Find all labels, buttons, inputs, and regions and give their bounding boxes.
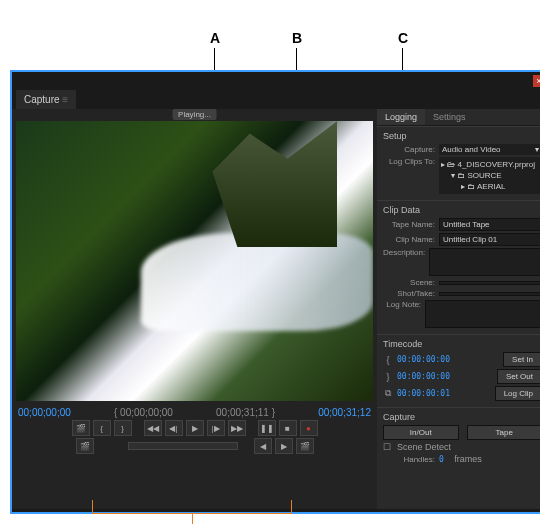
rewind-button[interactable]: ◀◀ [144, 420, 162, 436]
capture-panel-tab[interactable]: Capture ≡ [16, 90, 76, 109]
clipdata-title: Clip Data [383, 205, 540, 215]
scene-field[interactable] [439, 281, 540, 285]
handles-unit: frames [454, 454, 482, 464]
scene-label: Scene: [383, 278, 435, 287]
timecode-bar: 00;00;00;00 { 00;00;00;00 00;00;31;11 } … [12, 401, 377, 420]
handles-field[interactable]: 0 [439, 455, 444, 464]
set-in-button[interactable]: Set In [503, 352, 540, 367]
jog-scrubber[interactable] [128, 442, 238, 450]
callout-c: C [398, 30, 408, 46]
slate2-icon[interactable]: 🎬 [76, 438, 94, 454]
capture-label: Capture: [383, 145, 435, 154]
close-icon[interactable]: × [533, 75, 540, 87]
lognote-field[interactable] [425, 300, 540, 328]
tape-name-label: Tape Name: [383, 220, 435, 229]
tab-settings[interactable]: Settings [425, 109, 474, 125]
pause-button[interactable]: ❚❚ [258, 420, 276, 436]
section-setup: Setup Capture: Audio and Video ▾ Log Cli… [377, 126, 540, 200]
bin-tree[interactable]: ▸ 🗁 4_DISCOVERY.prproj ▾ 🗀 SOURCE ▸ 🗀 AE… [439, 157, 540, 194]
fast-forward-button[interactable]: ▶▶ [228, 420, 246, 436]
jog-left-button[interactable]: ◀ [254, 438, 272, 454]
section-timecode: Timecode {00:00:00:00Set In }00:00:00:00… [377, 334, 540, 407]
video-preview [16, 121, 373, 401]
handles-label: Handles: [383, 455, 435, 464]
clip-name-label: Clip Name: [383, 235, 435, 244]
tc-duration: 00;00;31;12 [318, 407, 371, 418]
tc-in-value[interactable]: 00:00:00:00 [397, 355, 450, 364]
tab-logging[interactable]: Logging [377, 109, 425, 125]
mark-in-button[interactable]: { [93, 420, 111, 436]
brace-r-icon: } [272, 407, 275, 418]
description-field[interactable] [429, 248, 540, 276]
step-forward-button[interactable]: |▶ [207, 420, 225, 436]
capture-dropdown[interactable]: Audio and Video ▾ [439, 144, 540, 155]
description-label: Description: [383, 248, 425, 257]
brace-in-icon: { [383, 355, 393, 365]
status-indicator: Playing... [172, 109, 217, 120]
capture-window: × Capture ≡ Playing... 00;00;00;00 { 00;… [10, 70, 540, 514]
lognote-label: Log Note: [383, 300, 421, 309]
slate3-icon[interactable]: 🎬 [296, 438, 314, 454]
scene-detect-checkbox[interactable]: Scene Detect [397, 442, 451, 452]
brace-l-icon: { [114, 407, 117, 418]
tc-in: 00;00;00;00 [120, 407, 173, 418]
callout-a: A [210, 30, 220, 46]
tc-dur-value[interactable]: 00:00:00:01 [397, 389, 450, 398]
log-clip-button[interactable]: Log Clip [495, 386, 540, 401]
section-capture: Capture In/Out Tape ☐Scene Detect Handle… [377, 407, 540, 470]
transport-controls: 🎬 { } ◀◀ ◀| ▶ |▶ ▶▶ ❚❚ ■ ● [12, 420, 377, 460]
tape-name-field[interactable]: Untitled Tape [439, 218, 540, 231]
mark-out-button[interactable]: } [114, 420, 132, 436]
tc-out-value[interactable]: 00:00:00:00 [397, 372, 450, 381]
clip-name-field[interactable]: Untitled Clip 01 [439, 233, 540, 246]
chevron-down-icon: ▾ [535, 145, 539, 154]
slate-icon[interactable]: 🎬 [72, 420, 90, 436]
set-out-button[interactable]: Set Out [497, 369, 540, 384]
timecode-title: Timecode [383, 339, 540, 349]
duration-icon: ⧉ [383, 388, 393, 399]
logto-label: Log Clips To: [383, 157, 435, 166]
tc-current: 00;00;00;00 [18, 407, 71, 418]
jog-right-button[interactable]: ▶ [275, 438, 293, 454]
brace-out-icon: } [383, 372, 393, 382]
step-back-button[interactable]: ◀| [165, 420, 183, 436]
capture-inout-button[interactable]: In/Out [383, 425, 459, 440]
setup-title: Setup [383, 131, 540, 141]
capture-title: Capture [383, 412, 540, 422]
play-button[interactable]: ▶ [186, 420, 204, 436]
tc-out: 00;00;31;11 [216, 407, 269, 418]
section-clipdata: Clip Data Tape Name:Untitled Tape Clip N… [377, 200, 540, 334]
capture-tape-button[interactable]: Tape [467, 425, 541, 440]
shot-label: Shot/Take: [383, 289, 435, 298]
record-button[interactable]: ● [300, 420, 318, 436]
shot-field[interactable] [439, 292, 540, 296]
stop-button[interactable]: ■ [279, 420, 297, 436]
callout-b: B [292, 30, 302, 46]
